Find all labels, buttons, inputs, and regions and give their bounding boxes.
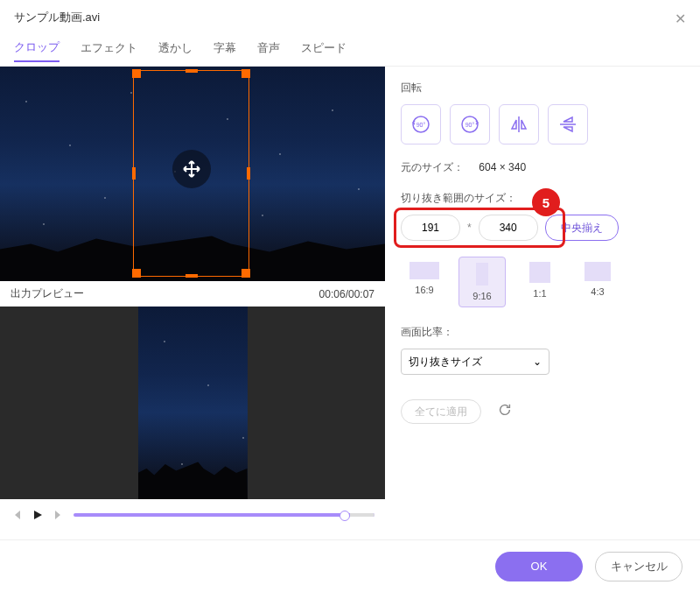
rotate-ccw-button[interactable]: 90° <box>401 104 441 144</box>
tab-watermark[interactable]: 透かし <box>158 40 192 61</box>
move-icon[interactable] <box>172 150 211 188</box>
aspect-shape-icon <box>410 262 439 279</box>
flip-vertical-button[interactable] <box>548 104 588 144</box>
aspect-shape-icon <box>584 262 611 281</box>
crop-height-input[interactable] <box>479 215 538 241</box>
next-frame-button[interactable] <box>52 509 65 521</box>
prev-frame-button[interactable] <box>10 509 23 521</box>
flip-horizontal-button[interactable] <box>499 104 539 144</box>
cancel-button[interactable]: キャンセル <box>595 552 682 581</box>
reset-icon[interactable] <box>497 402 513 421</box>
tab-speed[interactable]: スピード <box>301 40 346 61</box>
ok-button[interactable]: OK <box>495 552 583 581</box>
tab-crop[interactable]: クロップ <box>14 39 60 62</box>
svg-text:90°: 90° <box>466 122 475 128</box>
output-preview <box>0 307 385 499</box>
tab-bar: クロップ エフェクト 透かし 字幕 音声 スピード <box>0 35 700 67</box>
aspect-4-3[interactable]: 4:3 <box>574 257 621 307</box>
play-button[interactable] <box>32 509 44 521</box>
tab-audio[interactable]: 音声 <box>257 40 280 61</box>
crop-width-input[interactable] <box>401 215 460 241</box>
original-size-value: 604 × 340 <box>479 161 526 173</box>
aspect-9-16[interactable]: 9:16 <box>458 257 506 307</box>
close-icon[interactable]: ✕ <box>675 11 686 27</box>
aspect-label: 16:9 <box>415 285 433 295</box>
chevron-down-icon: ⌄ <box>533 356 542 368</box>
center-align-button[interactable]: 中央揃え <box>545 215 619 241</box>
timecode: 00:06/00:07 <box>319 288 374 300</box>
svg-text:90°: 90° <box>416 122 426 128</box>
playback-slider[interactable] <box>74 513 374 517</box>
output-preview-label: 出力プレビュー <box>10 286 84 301</box>
rotation-label: 回転 <box>401 81 682 95</box>
original-size-label: 元のサイズ： <box>401 161 464 173</box>
rotate-cw-button[interactable]: 90° <box>450 104 490 144</box>
annotation-badge: 5 <box>532 188 560 216</box>
aspect-label: 9:16 <box>472 291 491 301</box>
source-preview[interactable] <box>0 67 385 281</box>
screen-ratio-select[interactable]: 切り抜きサイズ ⌄ <box>401 349 550 375</box>
aspect-label: 1:1 <box>533 288 546 299</box>
window-title: サンプル動画.avi <box>14 10 100 25</box>
screen-ratio-label: 画面比率： <box>401 325 682 340</box>
aspect-label: 4:3 <box>591 286 604 297</box>
multiply-sign: * <box>467 222 472 234</box>
apply-all-button[interactable]: 全てに適用 <box>401 399 481 424</box>
aspect-1-1[interactable]: 1:1 <box>516 257 564 307</box>
crop-rectangle[interactable] <box>133 70 249 277</box>
aspect-16-9[interactable]: 16:9 <box>401 257 448 307</box>
tab-effect[interactable]: エフェクト <box>80 40 137 61</box>
tab-subtitle[interactable]: 字幕 <box>214 40 236 61</box>
aspect-shape-icon <box>529 262 550 283</box>
aspect-shape-icon <box>476 263 488 285</box>
